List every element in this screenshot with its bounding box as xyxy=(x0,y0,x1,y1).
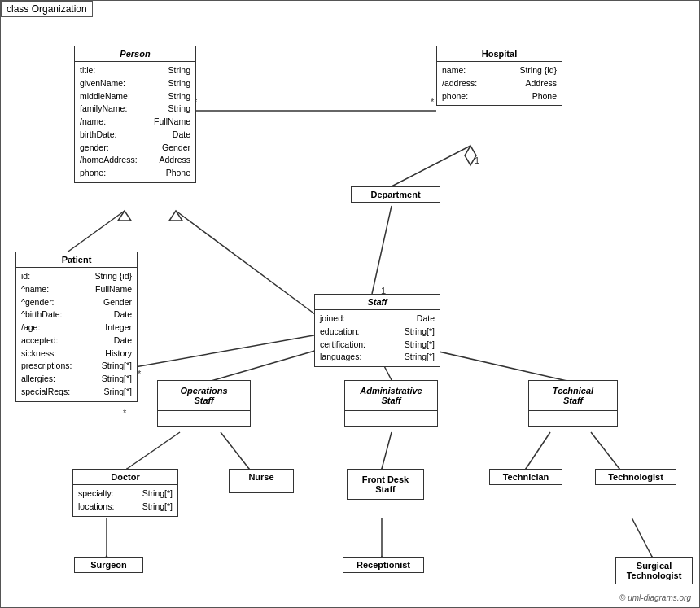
surgeon-class: Surgeon xyxy=(74,557,143,573)
front-desk-staff-class: Front DeskStaff xyxy=(347,469,424,500)
svg-line-20 xyxy=(526,432,550,469)
diagram-container: class Organization xyxy=(0,0,700,608)
surgical-technologist-class: SurgicalTechnologist xyxy=(615,557,693,584)
svg-marker-3 xyxy=(169,211,182,221)
hospital-attrs: name:String {id} /address:Address phone:… xyxy=(437,62,562,105)
surgical-technologist-title: SurgicalTechnologist xyxy=(616,558,692,584)
technical-staff-title: TechnicalStaff xyxy=(529,381,617,411)
department-title: Department xyxy=(352,187,440,203)
hospital-class: Hospital name:String {id} /address:Addre… xyxy=(436,46,562,106)
svg-text:1: 1 xyxy=(475,155,479,165)
svg-line-16 xyxy=(221,432,249,469)
operations-staff-class: OperationsStaff xyxy=(157,380,251,427)
svg-line-4 xyxy=(392,146,470,186)
doctor-class: Doctor specialty:String[*] locations:Str… xyxy=(72,469,178,517)
operations-staff-title: OperationsStaff xyxy=(158,381,250,411)
front-desk-staff-title: Front DeskStaff xyxy=(348,470,423,499)
patient-attrs: id:String {id} ^name:FullName ^gender:Ge… xyxy=(16,268,137,401)
svg-marker-5 xyxy=(465,146,476,165)
svg-line-18 xyxy=(382,432,392,469)
technical-staff-class: TechnicalStaff xyxy=(528,380,618,427)
nurse-title: Nurse xyxy=(230,470,293,484)
svg-text:*: * xyxy=(138,369,142,378)
administrative-staff-class: AdministrativeStaff xyxy=(344,380,438,427)
surgeon-title: Surgeon xyxy=(75,558,142,572)
svg-text:*: * xyxy=(431,97,435,107)
svg-line-6 xyxy=(372,206,392,294)
svg-line-28 xyxy=(632,518,652,557)
patient-title: Patient xyxy=(16,252,137,268)
person-title: Person xyxy=(75,46,195,62)
nurse-class: Nurse xyxy=(229,469,294,493)
diagram-title: class Organization xyxy=(1,1,93,17)
receptionist-title: Receptionist xyxy=(343,558,423,572)
svg-line-22 xyxy=(591,432,619,469)
technologist-class: Technologist xyxy=(595,469,676,485)
svg-text:*: * xyxy=(123,408,127,418)
department-class: Department xyxy=(351,186,440,203)
receptionist-class: Receptionist xyxy=(343,557,424,573)
technician-title: Technician xyxy=(490,470,562,484)
technician-class: Technician xyxy=(489,469,562,485)
administrative-staff-title: AdministrativeStaff xyxy=(345,381,437,411)
doctor-attrs: specialty:String[*] locations:String[*] xyxy=(73,485,177,516)
person-class: Person title:String givenName:String mid… xyxy=(74,46,196,183)
svg-marker-1 xyxy=(118,211,131,221)
doctor-title: Doctor xyxy=(73,470,177,485)
staff-attrs: joined:Date education:String[*] certific… xyxy=(315,310,440,366)
svg-line-30 xyxy=(135,335,318,367)
patient-class: Patient id:String {id} ^name:FullName ^g… xyxy=(15,252,138,402)
staff-title: Staff xyxy=(315,295,440,310)
svg-line-14 xyxy=(127,432,180,469)
person-attrs: title:String givenName:String middleName… xyxy=(75,62,195,182)
copyright: © uml-diagrams.org xyxy=(619,593,691,602)
hospital-title: Hospital xyxy=(437,46,562,62)
svg-line-2 xyxy=(176,211,318,317)
staff-class: Staff joined:Date education:String[*] ce… xyxy=(314,294,440,367)
svg-line-0 xyxy=(66,211,125,253)
technologist-title: Technologist xyxy=(596,470,676,484)
